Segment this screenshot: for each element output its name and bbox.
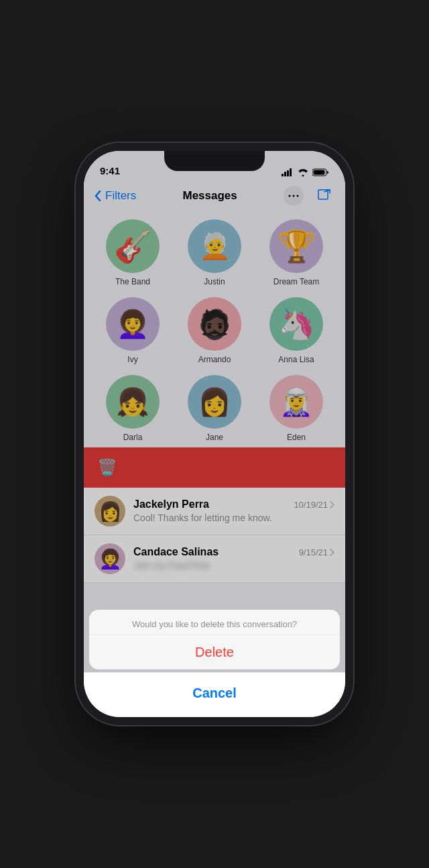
phone-frame: 9:41 bbox=[84, 151, 345, 717]
delete-button[interactable]: Delete bbox=[89, 635, 340, 669]
action-sheet-question: Would you like to delete this conversati… bbox=[89, 610, 340, 635]
action-sheet-overlay: Would you like to delete this conversati… bbox=[84, 610, 345, 717]
cancel-button[interactable]: Cancel bbox=[89, 675, 340, 712]
action-sheet-delete-group: Would you like to delete this conversati… bbox=[89, 610, 340, 669]
